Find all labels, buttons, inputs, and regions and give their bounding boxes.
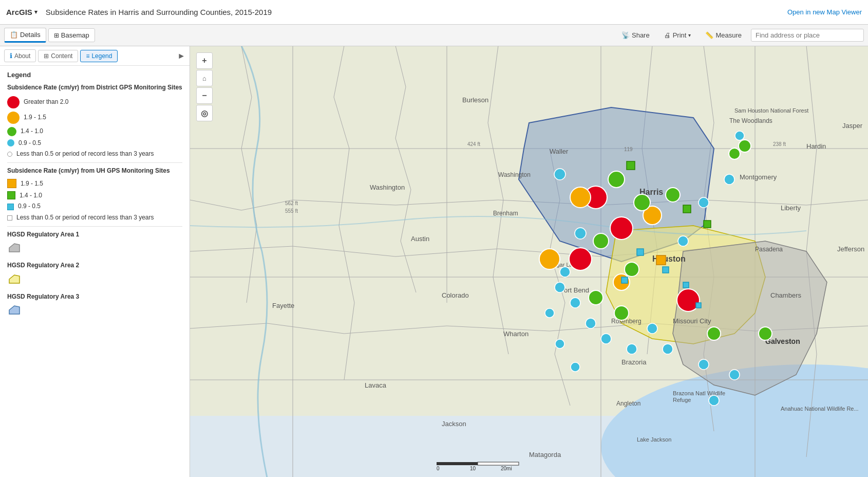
hgsd-area-2-title: HGSD Regulatory Area 2: [7, 262, 182, 270]
svg-point-66: [666, 188, 680, 202]
zoom-in-button[interactable]: +: [196, 52, 213, 69]
legend-label-uh-4: Less than 0.5 or period of record less t…: [16, 214, 154, 222]
arcgis-logo-dropdown[interactable]: ▾: [34, 9, 37, 15]
svg-text:238 ft: 238 ft: [773, 141, 786, 147]
legend-label-uh-2: 1.4 - 1.0: [20, 192, 42, 200]
legend-square-cyan: [7, 204, 14, 210]
svg-point-65: [634, 194, 650, 211]
legend-label: Legend: [91, 52, 112, 60]
svg-text:Pasadena: Pasadena: [755, 246, 783, 253]
svg-point-57: [610, 217, 633, 240]
about-label: About: [14, 52, 30, 60]
svg-text:Chambers: Chambers: [770, 291, 801, 299]
svg-text:0: 0: [437, 466, 440, 471]
svg-rect-99: [637, 249, 644, 255]
locate-button[interactable]: ◎: [196, 105, 213, 121]
svg-text:119: 119: [624, 146, 633, 152]
svg-rect-96: [627, 161, 635, 170]
svg-point-94: [571, 362, 580, 372]
legend-item-uh-4: Less than 0.5 or period of record less t…: [7, 214, 182, 222]
hgsd-area-1: HGSD Regulatory Area 1: [7, 231, 182, 256]
toolbar-right: 📡 Share 🖨 Print ▾ 📏 Measure: [616, 29, 864, 42]
svg-text:Brenham: Brenham: [493, 210, 518, 217]
svg-text:Waller: Waller: [550, 148, 569, 155]
top-bar: ArcGIS ▾ Subsidence Rates in Harris and …: [0, 0, 868, 25]
zoom-out-button[interactable]: −: [196, 87, 213, 104]
details-tab[interactable]: 📋 Details: [4, 28, 46, 43]
legend-circle-green: [7, 127, 16, 136]
svg-text:Anahuac National Wildlife Re..: Anahuac National Wildlife Re...: [781, 406, 859, 412]
svg-rect-105: [478, 462, 519, 465]
main-layout: ℹ About ⊞ Content ≡ Legend ► Legend Subs…: [0, 46, 868, 477]
svg-text:Missouri City: Missouri City: [673, 317, 711, 325]
svg-text:Burleson: Burleson: [462, 96, 488, 104]
svg-text:Colorado: Colorado: [442, 291, 469, 299]
legend-circle-cyan: [7, 139, 14, 146]
legend-divider-2: [7, 226, 182, 227]
svg-marker-0: [9, 244, 20, 252]
svg-point-86: [729, 370, 740, 380]
about-icon: ℹ: [10, 52, 12, 60]
svg-point-75: [554, 169, 565, 180]
svg-point-82: [627, 344, 637, 354]
hgsd-area-2-polygon: [7, 274, 22, 285]
hgsd-area-3-title: HGSD Regulatory Area 3: [7, 293, 182, 301]
content-icon: ⊞: [44, 52, 49, 60]
svg-text:Jackson: Jackson: [442, 420, 466, 428]
basemap-icon: ⊞: [54, 32, 59, 39]
share-button[interactable]: 📡 Share: [616, 29, 655, 42]
legend-title: Legend: [7, 71, 182, 79]
sidebar-collapse-button[interactable]: ►: [177, 51, 185, 61]
svg-text:Jasper: Jasper: [842, 122, 863, 130]
svg-point-83: [647, 323, 657, 334]
svg-point-85: [699, 359, 709, 370]
measure-icon: 📏: [705, 31, 713, 39]
measure-label: Measure: [715, 31, 742, 39]
legend-square-orange: [7, 179, 16, 188]
svg-text:555 ft: 555 ft: [285, 208, 298, 214]
svg-point-58: [569, 248, 592, 270]
arcgis-logo[interactable]: ArcGIS ▾: [6, 8, 37, 16]
svg-point-89: [699, 197, 709, 208]
tab-legend[interactable]: ≡ Legend: [80, 50, 118, 62]
svg-point-84: [663, 344, 673, 354]
svg-rect-103: [696, 303, 701, 308]
svg-point-67: [593, 233, 609, 249]
svg-point-74: [729, 148, 740, 159]
print-label: Print: [673, 31, 687, 39]
svg-text:Lake Jackson: Lake Jackson: [637, 436, 671, 443]
home-button[interactable]: ⌂: [196, 70, 213, 86]
legend-item-gps-1: Greater than 2.0: [7, 96, 182, 108]
tab-about[interactable]: ℹ About: [4, 49, 36, 62]
legend-item-uh-3: 0.9 - 0.5: [7, 203, 182, 211]
svg-point-92: [545, 308, 554, 318]
basemap-tab[interactable]: ⊞ Basemap: [48, 28, 95, 42]
sidebar: ℹ About ⊞ Content ≡ Legend ► Legend Subs…: [0, 46, 190, 477]
arcgis-logo-text: ArcGIS: [6, 8, 32, 16]
open-new-viewer-link[interactable]: Open in new Map Viewer: [787, 8, 862, 16]
svg-text:Jefferson: Jefferson: [837, 245, 864, 253]
svg-point-72: [759, 327, 772, 340]
legend-item-gps-2: 1.9 - 1.5: [7, 112, 182, 124]
find-address-input[interactable]: [751, 29, 864, 42]
svg-text:Austin: Austin: [411, 235, 429, 243]
svg-text:562 ft: 562 ft: [285, 200, 298, 206]
hgsd-area-3-polygon: [7, 305, 22, 316]
svg-text:Refuge: Refuge: [673, 397, 691, 403]
svg-point-91: [735, 131, 744, 140]
legend-square-empty: [7, 215, 12, 221]
measure-button[interactable]: 📏 Measure: [700, 29, 747, 42]
svg-point-87: [709, 395, 719, 406]
svg-text:10: 10: [470, 466, 476, 471]
legend-icon: ≡: [86, 52, 89, 60]
svg-rect-101: [621, 277, 628, 283]
svg-point-70: [614, 306, 629, 320]
tab-content[interactable]: ⊞ Content: [38, 50, 78, 62]
svg-point-81: [601, 334, 611, 344]
svg-point-62: [539, 249, 560, 269]
map-container[interactable]: Burleson Washington Brenham Austin Fayet…: [190, 46, 868, 477]
legend-divider-1: [7, 162, 182, 163]
svg-point-80: [586, 318, 596, 328]
print-button[interactable]: 🖨 Print ▾: [659, 29, 696, 42]
legend-item-gps-5: Less than 0.5 or period of record less t…: [7, 150, 182, 158]
